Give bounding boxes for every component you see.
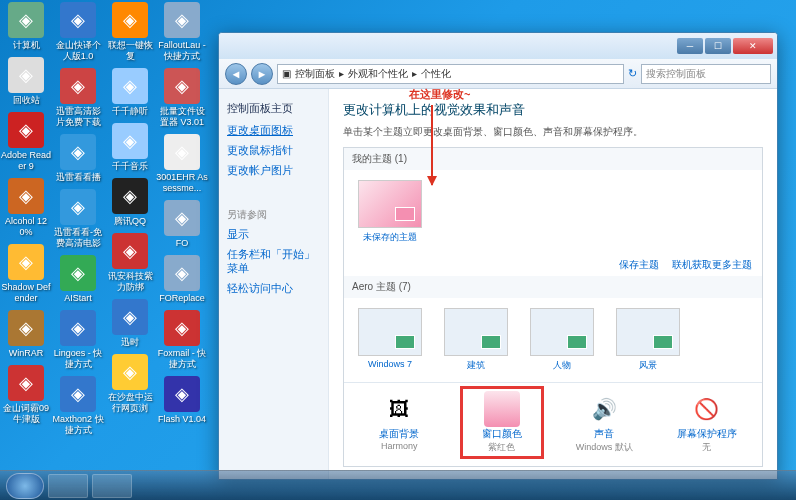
desktop-icon[interactable]: ◈联想一键恢复 xyxy=(104,2,156,62)
desktop-icon[interactable]: ◈腾讯QQ xyxy=(104,178,156,227)
start-button[interactable] xyxy=(6,473,44,499)
forward-button[interactable]: ► xyxy=(251,63,273,85)
section-my-themes: 我的主题 (1) xyxy=(344,148,762,170)
folder-icon: ▣ xyxy=(282,68,291,79)
icon-label: Flash V1.04 xyxy=(158,414,206,425)
main-content: 更改计算机上的视觉效果和声音 单击某个主题立即更改桌面背景、窗口颜色、声音和屏幕… xyxy=(329,89,777,479)
desktop-icon[interactable]: ◈迅雷高清影片免费下载 xyxy=(52,68,104,128)
setting-icon: 🚫 xyxy=(689,391,725,427)
setting-sound[interactable]: 🔊声音Windows 默认 xyxy=(567,391,641,454)
desktop-icon[interactable]: ◈批量文件设置器 V3.01 xyxy=(156,68,208,128)
sidebar-link-mouse[interactable]: 更改鼠标指针 xyxy=(227,144,320,158)
icon-label: WinRAR xyxy=(9,348,44,359)
app-icon: ◈ xyxy=(60,310,96,346)
desktop-icon[interactable]: ◈FOReplace xyxy=(156,255,208,304)
close-button[interactable]: ✕ xyxy=(733,38,773,54)
sidebar-link-account[interactable]: 更改帐户图片 xyxy=(227,164,320,178)
save-theme-link[interactable]: 保存主题 xyxy=(619,259,659,270)
icon-label: FOReplace xyxy=(159,293,205,304)
app-icon: ◈ xyxy=(60,2,96,38)
refresh-icon[interactable]: ↻ xyxy=(628,67,637,80)
breadcrumb[interactable]: 外观和个性化 xyxy=(348,67,408,81)
personalization-window: ─ ☐ ✕ ◄ ► ▣ 控制面板▸ 外观和个性化▸ 个性化 ↻ 搜索控制面板 控… xyxy=(218,32,778,480)
icon-label: 迅雷看看播 xyxy=(56,172,101,183)
desktop-icon[interactable]: ◈Foxmail - 快捷方式 xyxy=(156,310,208,370)
desktop-icon[interactable]: ◈Lingoes - 快捷方式 xyxy=(52,310,104,370)
theme-unsaved[interactable]: 未保存的主题 xyxy=(354,180,426,244)
titlebar[interactable]: ─ ☐ ✕ xyxy=(219,33,777,59)
sidebar-related-taskbar[interactable]: 任务栏和「开始」菜单 xyxy=(227,248,320,276)
theme-item[interactable]: 风景 xyxy=(612,308,684,372)
more-themes-link[interactable]: 联机获取更多主题 xyxy=(672,259,752,270)
theme-item[interactable]: 建筑 xyxy=(440,308,512,372)
desktop-icon[interactable]: ◈金山快译个人版1.0 xyxy=(52,2,104,62)
setting-wallpaper[interactable]: 🖼桌面背景Harmony xyxy=(362,391,436,454)
desktop-icon[interactable]: ◈Maxthon2 快捷方式 xyxy=(52,376,104,436)
desktop-icon[interactable]: ◈Alcohol 120% xyxy=(0,178,52,238)
app-icon: ◈ xyxy=(164,255,200,291)
app-icon: ◈ xyxy=(164,68,200,104)
sidebar-related-ease[interactable]: 轻松访问中心 xyxy=(227,282,320,296)
icon-label: 迅雷看看-免费高清电影 xyxy=(52,227,104,249)
address-bar[interactable]: ▣ 控制面板▸ 外观和个性化▸ 个性化 xyxy=(277,64,624,84)
desktop-icon[interactable]: ◈迅雷看看播 xyxy=(52,134,104,183)
icon-label: 迅雷高清影片免费下载 xyxy=(52,106,104,128)
icon-label: 金山词霸09 牛津版 xyxy=(0,403,52,425)
icon-label: 迅时 xyxy=(121,337,139,348)
desktop-icon[interactable]: ◈千千音乐 xyxy=(104,123,156,172)
desktop-icon[interactable]: ◈Adobe Reader 9 xyxy=(0,112,52,172)
search-input[interactable]: 搜索控制面板 xyxy=(641,64,771,84)
app-icon: ◈ xyxy=(60,255,96,291)
desktop-icon[interactable]: ◈Shadow Defender xyxy=(0,244,52,304)
desktop-icon[interactable]: ◈迅时 xyxy=(104,299,156,348)
icon-label: 讯安科技紫力防绑 xyxy=(104,271,156,293)
taskbar-item[interactable] xyxy=(48,474,88,498)
page-subtitle: 单击某个主题立即更改桌面背景、窗口颜色、声音和屏幕保护程序。 xyxy=(343,125,763,139)
sidebar-related-display[interactable]: 显示 xyxy=(227,228,320,242)
app-icon: ◈ xyxy=(8,310,44,346)
desktop-icon[interactable]: ◈AIStart xyxy=(52,255,104,304)
desktop-icon[interactable]: ◈FalloutLau - 快捷方式 xyxy=(156,2,208,62)
desktop-icon[interactable]: ◈3001EHR Assessme... xyxy=(156,134,208,194)
breadcrumb[interactable]: 控制面板 xyxy=(295,67,335,81)
setting-window-color[interactable]: 窗口颜色紫红色 xyxy=(465,391,539,454)
icon-label: 3001EHR Assessme... xyxy=(156,172,208,194)
desktop-icon[interactable]: ◈回收站 xyxy=(0,57,52,106)
related-header: 另请参阅 xyxy=(227,208,320,222)
desktop-icon[interactable]: ◈金山词霸09 牛津版 xyxy=(0,365,52,425)
app-icon: ◈ xyxy=(164,376,200,412)
icon-label: Maxthon2 快捷方式 xyxy=(52,414,104,436)
app-icon: ◈ xyxy=(8,112,44,148)
desktop-icon[interactable]: ◈千千静听 xyxy=(104,68,156,117)
app-icon: ◈ xyxy=(112,354,148,390)
app-icon: ◈ xyxy=(164,134,200,170)
taskbar-item[interactable] xyxy=(92,474,132,498)
icon-label: Foxmail - 快捷方式 xyxy=(156,348,208,370)
desktop-icon[interactable]: ◈FO xyxy=(156,200,208,249)
icon-label: FalloutLau - 快捷方式 xyxy=(156,40,208,62)
minimize-button[interactable]: ─ xyxy=(677,38,703,54)
desktop-icon[interactable]: ◈计算机 xyxy=(0,2,52,51)
icon-label: 千千音乐 xyxy=(112,161,148,172)
icon-label: Lingoes - 快捷方式 xyxy=(52,348,104,370)
desktop-icon[interactable]: ◈Flash V1.04 xyxy=(156,376,208,425)
sidebar-link-icons[interactable]: 更改桌面图标 xyxy=(227,124,320,138)
icon-label: 计算机 xyxy=(13,40,40,51)
theme-item[interactable]: 人物 xyxy=(526,308,598,372)
taskbar[interactable] xyxy=(0,470,796,500)
desktop-icon[interactable]: ◈WinRAR xyxy=(0,310,52,359)
back-button[interactable]: ◄ xyxy=(225,63,247,85)
app-icon: ◈ xyxy=(164,200,200,236)
icon-label: Alcohol 120% xyxy=(0,216,52,238)
app-icon: ◈ xyxy=(8,178,44,214)
breadcrumb[interactable]: 个性化 xyxy=(421,67,451,81)
icon-label: 腾讯QQ xyxy=(114,216,146,227)
setting-icon: 🖼 xyxy=(381,391,417,427)
maximize-button[interactable]: ☐ xyxy=(705,38,731,54)
theme-item[interactable]: Windows 7 xyxy=(354,308,426,372)
desktop-icon[interactable]: ◈在沙盘中运行网页浏 xyxy=(104,354,156,414)
setting-screensaver[interactable]: 🚫屏幕保护程序无 xyxy=(670,391,744,454)
desktop-icon[interactable]: ◈讯安科技紫力防绑 xyxy=(104,233,156,293)
desktop-icon[interactable]: ◈迅雷看看-免费高清电影 xyxy=(52,189,104,249)
icon-label: 金山快译个人版1.0 xyxy=(52,40,104,62)
